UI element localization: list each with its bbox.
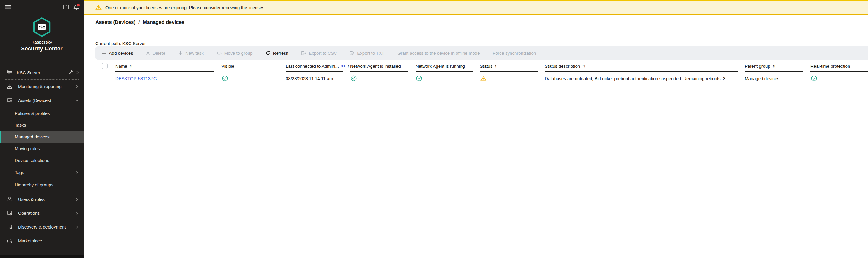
sidebar-item-discovery-deployment[interactable]: Discovery & deployment bbox=[0, 220, 84, 234]
sidebar-item-monitoring-reporting[interactable]: Monitoring & reporting bbox=[0, 79, 84, 94]
breadcrumb-separator: / bbox=[138, 20, 140, 25]
sidebar-item-label: Managed devices bbox=[15, 134, 50, 139]
sidebar-item-label: Moving rules bbox=[15, 146, 40, 151]
sidebar-item-label: Device selections bbox=[15, 158, 49, 163]
user-icon bbox=[6, 197, 12, 202]
sidebar-item-device-selections[interactable]: Device selections bbox=[0, 154, 84, 166]
brand-logo-block: Kaspersky Security Center bbox=[0, 17, 84, 52]
sort-ascending-icon[interactable]: ↑ bbox=[347, 64, 349, 68]
sidebar-top-bar bbox=[0, 0, 84, 14]
row-select-cell bbox=[84, 76, 115, 81]
sidebar-item-label: Tasks bbox=[15, 122, 26, 127]
chevron-right-icon bbox=[75, 225, 78, 229]
toolbar: Add devices Delete New task Move to grou… bbox=[95, 46, 868, 60]
brand-product: Security Center bbox=[0, 45, 84, 52]
refresh-icon bbox=[266, 51, 270, 56]
sidebar-item-label: KSC Server bbox=[17, 70, 40, 75]
kaspersky-hexagon-logo-icon bbox=[33, 17, 51, 37]
last-connected-cell: 08/28/2023 11:14:11 am bbox=[286, 76, 350, 81]
column-header-agent-installed[interactable]: Network Agent is installed bbox=[350, 60, 415, 72]
breadcrumb-section[interactable]: Assets (Devices) bbox=[95, 20, 135, 25]
table-row: DESKTOP-58T13PG 08/28/2023 11:14:11 am bbox=[84, 72, 868, 84]
notifications-bell-icon[interactable] bbox=[73, 4, 79, 10]
sidebar-item-label: Assets (Devices) bbox=[18, 98, 51, 103]
x-icon bbox=[146, 51, 150, 55]
sidebar-item-ksc-server[interactable]: KSC Server bbox=[0, 66, 84, 79]
select-all-cell bbox=[84, 60, 115, 72]
banner-message: One or more of your licenses are expirin… bbox=[105, 5, 266, 10]
export-txt-button: Export to TXT bbox=[350, 51, 384, 56]
row-divider bbox=[95, 84, 868, 85]
sidebar-item-operations[interactable]: Operations bbox=[0, 206, 84, 220]
plus-icon bbox=[178, 51, 183, 56]
devices-table: Name ↑↓ Visible Last connected to Admini… bbox=[84, 60, 868, 84]
sidebar-item-label: Discovery & deployment bbox=[18, 224, 66, 229]
sort-icon[interactable]: ↑↓ bbox=[129, 64, 132, 68]
column-header-status-description[interactable]: Status description ↑↓ bbox=[545, 60, 745, 72]
help-book-icon[interactable] bbox=[63, 5, 69, 9]
expand-column-link[interactable]: >> bbox=[341, 64, 345, 68]
breadcrumb: Assets (Devices) / Managed devices bbox=[84, 15, 868, 30]
sidebar-item-label: Hierarchy of groups bbox=[15, 182, 54, 187]
plus-icon bbox=[102, 51, 106, 56]
server-settings-wrench-icon[interactable] bbox=[69, 70, 73, 75]
sidebar-item-managed-devices[interactable]: Managed devices bbox=[0, 131, 84, 143]
sidebar-item-policies-profiles[interactable]: Policies & profiles bbox=[0, 107, 84, 119]
document-gear-icon bbox=[6, 211, 12, 216]
column-header-realtime-protection[interactable]: Real-time protection bbox=[810, 60, 868, 72]
chevron-right-icon bbox=[75, 85, 78, 88]
sidebar-item-tags[interactable]: Tags bbox=[0, 166, 84, 179]
monitor-search-icon bbox=[6, 225, 12, 229]
status-description-cell: Databases are outdated; BitLocker preboo… bbox=[545, 76, 745, 81]
sidebar-item-label: Tags bbox=[15, 170, 24, 175]
device-name-link[interactable]: DESKTOP-58T13PG bbox=[115, 76, 157, 81]
column-header-agent-running[interactable]: Network Agent is running bbox=[415, 60, 480, 72]
status-warning-icon bbox=[480, 76, 486, 81]
breadcrumb-page: Managed devices bbox=[143, 20, 184, 25]
realtime-protection-ok-icon bbox=[811, 75, 817, 81]
sidebar-item-users-roles[interactable]: Users & roles bbox=[0, 192, 84, 206]
sidebar: Kaspersky Security Center KSC Server bbox=[0, 0, 84, 258]
sidebar-item-moving-rules[interactable]: Moving rules bbox=[0, 143, 84, 154]
basket-icon bbox=[6, 238, 12, 243]
current-path-label: Current path: KSC Server bbox=[95, 41, 146, 46]
column-header-parent-group[interactable]: Parent group ↑↓ bbox=[745, 60, 810, 72]
license-warning-banner: One or more of your licenses are expirin… bbox=[84, 0, 868, 15]
move-to-group-button: Move to group bbox=[217, 51, 253, 56]
export-csv-button: Export to CSV bbox=[301, 51, 337, 56]
column-header-visible: Visible bbox=[221, 60, 286, 72]
add-devices-button[interactable]: Add devices bbox=[102, 51, 133, 56]
move-icon bbox=[217, 51, 222, 56]
refresh-button[interactable]: Refresh bbox=[266, 51, 289, 56]
server-icon bbox=[7, 70, 12, 75]
sort-icon[interactable]: ↑↓ bbox=[582, 64, 585, 68]
sidebar-item-hierarchy-of-groups[interactable]: Hierarchy of groups bbox=[0, 179, 84, 191]
notification-badge bbox=[77, 4, 80, 6]
delete-button: Delete bbox=[146, 51, 165, 56]
chevron-down-icon bbox=[75, 99, 79, 102]
main-area: One or more of your licenses are expirin… bbox=[84, 0, 868, 258]
column-header-status[interactable]: Status ↑↓ bbox=[480, 60, 545, 72]
chevron-right-icon bbox=[76, 71, 79, 74]
sort-icon[interactable]: ↑↓ bbox=[495, 64, 498, 68]
table-header-row: Name ↑↓ Visible Last connected to Admini… bbox=[84, 60, 868, 72]
sidebar-item-label: Operations bbox=[18, 211, 39, 216]
devices-icon bbox=[6, 98, 12, 103]
sort-icon[interactable]: ↑↓ bbox=[772, 64, 775, 68]
force-synchronization-button: Force synchronization bbox=[493, 51, 536, 56]
column-header-name[interactable]: Name ↑↓ bbox=[115, 60, 221, 72]
row-checkbox[interactable] bbox=[102, 76, 102, 81]
hamburger-menu-icon[interactable] bbox=[5, 5, 11, 9]
select-all-checkbox[interactable] bbox=[102, 63, 108, 69]
sidebar-item-assets-devices[interactable]: Assets (Devices) bbox=[0, 94, 84, 107]
agent-installed-ok-icon bbox=[351, 75, 356, 81]
warning-triangle-icon bbox=[95, 5, 101, 10]
brand-name: Kaspersky bbox=[0, 39, 84, 44]
sidebar-item-marketplace[interactable]: Marketplace bbox=[0, 234, 84, 248]
sidebar-item-label: Policies & profiles bbox=[15, 111, 50, 116]
new-task-button: New task bbox=[178, 51, 204, 56]
export-icon bbox=[350, 51, 354, 56]
sidebar-item-label: Users & roles bbox=[18, 197, 44, 202]
column-header-last-connected[interactable]: Last connected to Admini... >> ↑ bbox=[286, 60, 350, 72]
sidebar-item-tasks[interactable]: Tasks bbox=[0, 119, 84, 131]
